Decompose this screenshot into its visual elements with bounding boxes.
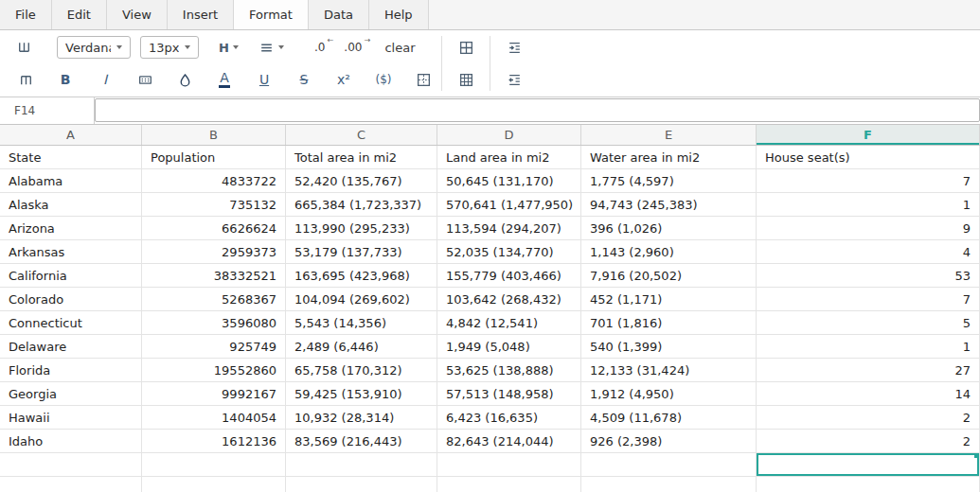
cell[interactable]: 2 — [757, 406, 980, 430]
cell[interactable]: 925749 — [142, 335, 286, 359]
cell[interactable]: Hawaii — [0, 406, 142, 430]
cell[interactable]: 163,695 (423,968) — [286, 264, 437, 288]
cell[interactable]: 19552860 — [142, 359, 286, 382]
column-header-f[interactable]: F — [757, 125, 980, 145]
cell[interactable]: 52,420 (135,767) — [286, 169, 437, 193]
cell[interactable]: 1,912 (4,950) — [581, 382, 757, 406]
cell[interactable]: 1 — [757, 193, 980, 217]
cell[interactable]: 5268367 — [142, 288, 286, 311]
cell[interactable]: House seat(s) — [757, 146, 980, 169]
cell[interactable]: 7 — [757, 169, 980, 193]
cell[interactable] — [286, 453, 437, 477]
currency-format-button[interactable]: ($) — [372, 73, 395, 86]
cell[interactable]: Water area in mi2 — [581, 146, 757, 169]
cell[interactable]: 1612136 — [142, 430, 286, 453]
cell[interactable]: 53,179 (137,733) — [286, 240, 437, 264]
cell[interactable]: 701 (1,816) — [581, 311, 757, 335]
cell[interactable] — [437, 477, 581, 492]
cell[interactable]: 38332521 — [142, 264, 286, 288]
cell[interactable]: 5 — [757, 311, 980, 335]
column-header-d[interactable]: D — [437, 125, 581, 145]
column-header-e[interactable]: E — [581, 125, 757, 145]
cell[interactable]: 113,594 (294,207) — [437, 217, 581, 240]
cell[interactable]: 452 (1,171) — [581, 288, 757, 311]
cell[interactable]: Population — [142, 146, 286, 169]
cell[interactable]: 1404054 — [142, 406, 286, 430]
menu-item-insert[interactable]: Insert — [168, 0, 234, 29]
cell[interactable]: 104,094 (269,602) — [286, 288, 437, 311]
text-color-button[interactable]: A — [213, 71, 236, 88]
cell[interactable]: 113,990 (295,233) — [286, 217, 437, 240]
menu-item-edit[interactable]: Edit — [52, 0, 107, 29]
bold-button[interactable]: B — [54, 72, 77, 87]
cell[interactable]: 53,625 (138,888) — [437, 359, 581, 382]
cell[interactable] — [0, 453, 142, 477]
italic-button[interactable]: I — [94, 72, 116, 87]
underline-button[interactable]: U — [253, 72, 276, 87]
cell[interactable]: 10,932 (28,314) — [286, 406, 437, 430]
cell[interactable] — [437, 453, 581, 477]
cell[interactable]: 83,569 (216,443) — [286, 430, 437, 453]
font-family-dropdown[interactable]: Verdana — [57, 36, 131, 59]
cell[interactable]: 50,645 (131,170) — [437, 169, 581, 193]
cell[interactable]: 1 — [757, 335, 980, 359]
cell[interactable]: Arizona — [0, 217, 142, 240]
cell[interactable]: California — [0, 264, 142, 288]
cell[interactable]: 570,641 (1,477,950) — [437, 193, 581, 217]
cell[interactable]: 94,743 (245,383) — [581, 193, 757, 217]
cell[interactable]: 9 — [757, 217, 980, 240]
cell[interactable]: 4 — [757, 240, 980, 264]
cell[interactable]: 9992167 — [142, 382, 286, 406]
column-header-a[interactable]: A — [0, 125, 142, 145]
menu-item-view[interactable]: View — [107, 0, 168, 29]
cell[interactable] — [757, 477, 980, 492]
cell[interactable]: Land area in mi2 — [437, 146, 581, 169]
table-grid-button[interactable] — [454, 68, 477, 91]
cell[interactable]: Colorado — [0, 288, 142, 311]
cell[interactable]: 59,425 (153,910) — [286, 382, 437, 406]
fill-color-button[interactable] — [173, 68, 196, 91]
borders-style-button[interactable] — [412, 68, 435, 91]
cell[interactable]: 27 — [757, 359, 980, 382]
cell[interactable]: Alaska — [0, 193, 142, 217]
cell[interactable]: Idaho — [0, 430, 142, 453]
cell[interactable]: 5,543 (14,356) — [286, 311, 437, 335]
formula-input[interactable] — [95, 98, 980, 122]
cell[interactable]: 1,949 (5,048) — [437, 335, 581, 359]
cell[interactable]: 155,779 (403,466) — [437, 264, 581, 288]
cell[interactable] — [142, 477, 286, 492]
cell[interactable]: 540 (1,399) — [581, 335, 757, 359]
cell[interactable]: 65,758 (170,312) — [286, 359, 437, 382]
increase-decimals-button[interactable]: .00 → — [344, 41, 362, 54]
cell[interactable] — [142, 453, 286, 477]
border-all-button[interactable] — [454, 36, 477, 59]
menu-item-data[interactable]: Data — [309, 0, 369, 29]
superscript-button[interactable]: x² — [332, 72, 355, 87]
cell-reference-box[interactable]: F14 — [0, 97, 95, 124]
cell[interactable]: 2 — [757, 430, 980, 453]
cell[interactable]: 1,143 (2,960) — [581, 240, 757, 264]
align-dropdown[interactable] — [255, 36, 288, 59]
merge-cells-dropdown[interactable]: H — [215, 36, 242, 59]
menu-item-help[interactable]: Help — [369, 0, 429, 29]
cell[interactable]: Connecticut — [0, 311, 142, 335]
font-size-dropdown[interactable]: 13px — [140, 36, 199, 59]
cell[interactable]: 6,423 (16,635) — [437, 406, 581, 430]
cell[interactable] — [581, 453, 757, 477]
cell[interactable]: 1,775 (4,597) — [581, 169, 757, 193]
cell[interactable] — [581, 477, 757, 492]
cell[interactable]: 6626624 — [142, 217, 286, 240]
selected-cell[interactable] — [757, 453, 980, 477]
indent-button[interactable] — [503, 36, 526, 59]
decrease-decimals-button[interactable]: .0 ← — [314, 41, 325, 54]
cell[interactable]: Total area in mi2 — [286, 146, 437, 169]
cell[interactable] — [0, 477, 142, 492]
cell[interactable]: 926 (2,398) — [581, 430, 757, 453]
cell[interactable]: 2959373 — [142, 240, 286, 264]
column-header-b[interactable]: B — [142, 125, 286, 145]
cell[interactable]: Arkansas — [0, 240, 142, 264]
cell[interactable] — [286, 477, 437, 492]
clear-button[interactable]: clear — [384, 41, 415, 55]
cell[interactable]: Alabama — [0, 169, 142, 193]
column-header-c[interactable]: C — [286, 125, 437, 145]
